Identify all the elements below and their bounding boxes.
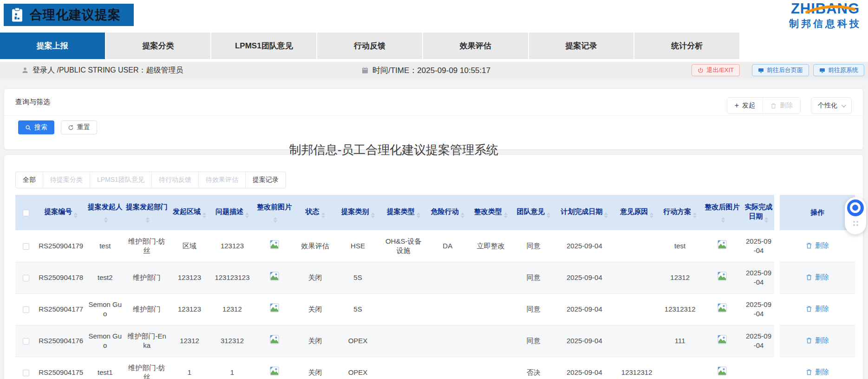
column-header-label: 整改前图片	[257, 203, 292, 211]
row-checkbox[interactable]	[23, 306, 29, 313]
sort-carets-icon[interactable]	[547, 213, 550, 218]
delete-button[interactable]: 删除	[763, 98, 800, 113]
proposal-table: 提案编号提案发起人提案发起部门发起区域问题描述整改前图片状态提案类别提案类型危险…	[15, 195, 774, 379]
column-header[interactable]: 状态	[295, 195, 336, 230]
image-file-icon	[718, 303, 727, 313]
table-cell: test	[85, 230, 125, 262]
nav-tab[interactable]: 统计分析	[634, 33, 739, 59]
column-header[interactable]: 危险行动	[427, 195, 469, 230]
nav-tab[interactable]: 提案记录	[529, 33, 634, 59]
column-header[interactable]: 发起区域	[169, 195, 210, 230]
sort-carets-icon[interactable]	[764, 217, 768, 223]
column-header[interactable]: 提案类型	[380, 195, 427, 230]
column-header-label: 危险行动	[431, 207, 459, 215]
company-logo: ZHIBANG 制邦信息科技	[789, 1, 861, 31]
column-header[interactable]: 行动方案	[659, 195, 701, 230]
exit-button[interactable]: 退出/EXIT	[692, 64, 740, 76]
column-header-label: 状态	[306, 207, 320, 215]
sort-carets-icon[interactable]	[604, 213, 608, 218]
delete-row-link[interactable]: 删除	[806, 273, 829, 282]
trash-icon	[806, 242, 812, 249]
sort-carets-icon[interactable]	[461, 213, 464, 218]
initiate-button[interactable]: + 发起	[727, 98, 763, 113]
column-header[interactable]: 整改前图片	[254, 195, 295, 230]
column-header-label: 整改后图片	[705, 203, 740, 211]
delete-row-link[interactable]: 删除	[806, 304, 829, 313]
reset-button[interactable]: 重置	[61, 120, 97, 134]
table-cell: 维护部门-纺丝	[125, 357, 169, 379]
status-filter-chip[interactable]: 待行动反馈	[151, 172, 198, 188]
column-header[interactable]: 意见原因	[615, 195, 659, 230]
personalize-button[interactable]: 个性化	[811, 97, 852, 114]
table-cell	[701, 230, 743, 262]
status-filter-chip[interactable]: LPMS1团队意见	[90, 172, 151, 188]
drag-handle-dots[interactable]	[845, 221, 866, 226]
filter-card-title: 查询与筛选	[15, 98, 50, 106]
sort-carets-icon[interactable]	[721, 217, 725, 223]
assistant-bubble-icon[interactable]	[847, 199, 864, 216]
column-header-label: 发起区域	[173, 207, 201, 215]
row-checkbox[interactable]	[23, 275, 29, 281]
delete-row-link[interactable]: 删除	[806, 241, 829, 250]
select-all-checkbox[interactable]	[23, 210, 29, 216]
sort-carets-icon[interactable]	[650, 213, 653, 218]
nav-tab[interactable]: 提案上报	[0, 33, 105, 59]
image-file-icon	[270, 335, 279, 344]
column-header[interactable]: 整改类型	[469, 195, 513, 230]
image-file-icon	[718, 272, 727, 281]
checkbox-cell	[15, 293, 37, 325]
table-cell: 12312	[210, 293, 254, 325]
action-column-table: 操作 删除删除删除删除删除	[780, 195, 855, 379]
table-cell	[615, 230, 659, 262]
action-column-header: 操作	[780, 195, 855, 230]
image-file-icon	[270, 366, 279, 376]
goto-origin-system-button[interactable]: 前往原系统	[813, 64, 864, 76]
column-header[interactable]: 提案类别	[335, 195, 380, 230]
status-filter-chip[interactable]: 待提案分类	[43, 172, 90, 188]
sort-carets-icon[interactable]	[245, 213, 249, 218]
column-header[interactable]: 提案发起人	[85, 195, 125, 230]
column-header[interactable]: 计划完成日期	[554, 195, 615, 230]
sort-carets-icon[interactable]	[104, 217, 108, 223]
table-cell	[615, 325, 659, 357]
nav-tab[interactable]: LPMS1团队意见	[211, 33, 316, 59]
nav-tab[interactable]: 效果评估	[423, 33, 528, 59]
sort-carets-icon[interactable]	[693, 213, 697, 218]
column-header[interactable]: 提案编号	[37, 195, 85, 230]
table-cell: DA	[427, 230, 469, 262]
row-checkbox[interactable]	[23, 338, 29, 345]
column-header[interactable]: 问题描述	[210, 195, 254, 230]
time-label: 时间/TIME：2025-09-09 10:55:17	[372, 65, 490, 76]
row-checkbox[interactable]	[23, 370, 29, 376]
column-header[interactable]: 团队意见	[513, 195, 554, 230]
row-checkbox[interactable]	[23, 243, 29, 250]
sort-carets-icon[interactable]	[74, 213, 78, 218]
column-header[interactable]: 提案发起部门	[125, 195, 169, 230]
sort-carets-icon[interactable]	[504, 213, 508, 218]
table-row: RS250904175test1维护部门-纺丝11 关闭OPEX否决2025-0…	[15, 357, 774, 379]
sort-carets-icon[interactable]	[202, 213, 206, 218]
column-header-label: 提案类别	[341, 207, 369, 215]
nav-tab[interactable]: 行动反馈	[317, 33, 422, 59]
sort-carets-icon[interactable]	[417, 213, 420, 218]
card-divider	[4, 115, 863, 116]
status-filter-chip[interactable]: 待效果评估	[198, 172, 245, 188]
search-button[interactable]: 搜索	[18, 120, 54, 134]
nav-tab[interactable]: 提案分类	[106, 33, 211, 59]
sort-carets-icon[interactable]	[146, 217, 150, 223]
status-filter-chip[interactable]: 提案记录	[245, 172, 286, 188]
column-header[interactable]: 整改后图片	[701, 195, 743, 230]
status-filter-chip[interactable]: 全部	[16, 172, 43, 188]
column-header[interactable]: 实际完成日期	[743, 195, 774, 230]
delete-row-link[interactable]: 删除	[806, 367, 829, 377]
table-cell	[427, 325, 469, 357]
goto-backend-button[interactable]: 前往后台页面	[752, 64, 809, 76]
sort-carets-icon[interactable]	[321, 213, 325, 218]
delete-row-link[interactable]: 删除	[806, 336, 829, 345]
table-cell: Semon Guo	[85, 325, 125, 357]
sort-carets-icon[interactable]	[274, 217, 277, 223]
sort-carets-icon[interactable]	[371, 213, 375, 218]
table-cell	[380, 357, 427, 379]
image-file-icon	[270, 240, 279, 249]
user-bar-actions: 退出/EXIT 前往后台页面 前往原系统	[692, 64, 864, 76]
